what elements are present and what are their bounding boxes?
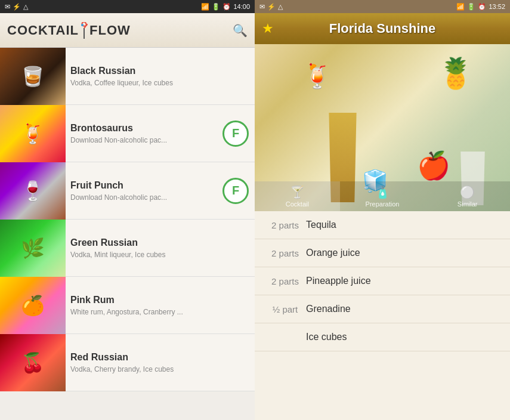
left-status-icons: ✉ ⚡ △ — [5, 3, 28, 11]
battery-icon-right: 🔋 — [467, 3, 475, 11]
favorite-star-icon[interactable]: ★ — [262, 21, 274, 36]
cocktail-ingredients: Download Non-alcoholic pac... — [70, 136, 218, 144]
signal-icon-right: △ — [278, 3, 283, 11]
cocktail-info: Green Russian Vodka, Mint liqueur, Ice c… — [66, 230, 255, 266]
ingredient-name: Tequila — [306, 220, 500, 230]
app-header: COCKTAIL FLOW 🔍 — [0, 13, 255, 48]
preparation-tab-icon: 🧴 — [375, 185, 390, 199]
status-bar-right: ✉ ⚡ △ 📶 🔋 ⏰ 13:52 — [255, 0, 510, 13]
mail-icon-right: ✉ — [259, 3, 265, 11]
cocktail-name: Red Russian — [70, 352, 250, 363]
cocktail-thumbnail: 🌿 — [0, 220, 66, 277]
cocktail-thumbnail: 🥃 — [0, 48, 66, 105]
tab-preparation[interactable]: 🧴 Preparation — [340, 181, 425, 211]
ingredient-row: 2 parts Tequila — [255, 211, 510, 239]
list-item[interactable]: 🍷 Fruit Punch Download Non-alcoholic pac… — [0, 162, 255, 220]
cocktail-info: Fruit Punch Download Non-alcoholic pac..… — [66, 173, 222, 209]
search-button[interactable]: 🔍 — [233, 23, 248, 38]
cocktail-info: Red Russian Vodka, Cherry brandy, Ice cu… — [66, 345, 255, 381]
cocktail-thumbnail: 🍷 — [0, 162, 66, 220]
cocktail-info: Brontosaurus Download Non-alcoholic pac.… — [66, 116, 222, 152]
cocktail-name: Fruit Punch — [70, 180, 218, 191]
app-logo: COCKTAIL FLOW — [7, 22, 131, 39]
tab-similar-label: Similar — [458, 200, 478, 208]
ingredient-parts: 2 parts — [264, 248, 306, 258]
cocktail-thumbnail: 🍹 — [0, 105, 66, 162]
tab-cocktail-label: Cocktail — [286, 200, 309, 208]
cocktail-info: Pink Rum White rum, Angostura, Cranberry… — [66, 288, 255, 323]
clock-icon: ⏰ — [222, 3, 231, 11]
ingredient-parts: 2 parts — [264, 220, 306, 230]
logo-flow-text: FLOW — [89, 23, 131, 38]
signal-icon: △ — [23, 3, 28, 11]
cocktail-thumbnail: 🍒 — [0, 334, 66, 391]
mail-icon: ✉ — [5, 3, 10, 11]
cocktail-ingredients: Vodka, Coffee liqueur, Ice cubes — [70, 79, 250, 87]
cocktail-tab-icon: 🍸 — [290, 185, 305, 199]
left-time: 14:00 — [233, 3, 250, 10]
cocktail-name: Pink Rum — [70, 295, 250, 305]
wifi-icon: 📶 — [201, 3, 209, 11]
tab-cocktail[interactable]: 🍸 Cocktail — [255, 181, 340, 211]
cocktail-thumbnail: 🍊 — [0, 277, 66, 334]
list-item[interactable]: 🍊 Pink Rum White rum, Angostura, Cranber… — [0, 277, 255, 334]
free-badge: F — [222, 121, 249, 147]
wifi-icon-right: 📶 — [456, 3, 465, 11]
usb-icon-right: ⚡ — [267, 3, 276, 11]
ingredient-name: Orange juice — [306, 248, 500, 258]
ingredients-list: 2 parts Tequila 2 parts Orange juice 2 p… — [255, 211, 510, 420]
ingredient-name: Grenadine — [306, 304, 500, 314]
battery-icon: 🔋 — [212, 3, 220, 11]
svg-point-1 — [81, 24, 84, 26]
right-time: 13:52 — [489, 3, 505, 10]
free-badge: F — [222, 178, 249, 204]
tab-similar[interactable]: ⚪ Similar — [425, 181, 510, 211]
cocktail-list: 🥃 Black Russian Vodka, Coffee liqueur, I… — [0, 48, 255, 420]
ingredient-row: Ice cubes — [255, 323, 510, 351]
ingredient-row: ½ part Grenadine — [255, 295, 510, 323]
cocktail-name: Black Russian — [70, 66, 250, 76]
usb-icon: ⚡ — [13, 3, 21, 11]
cocktail-info: Black Russian Vodka, Coffee liqueur, Ice… — [66, 58, 255, 94]
ingredient-row: 2 parts Pineapple juice — [255, 267, 510, 295]
clock-icon-right: ⏰ — [478, 3, 486, 11]
cocktail-ingredients: Vodka, Cherry brandy, Ice cubes — [70, 365, 250, 373]
cocktail-detail-title: Florida Sunshine — [329, 21, 435, 36]
list-item[interactable]: 🍒 Red Russian Vodka, Cherry brandy, Ice … — [0, 334, 255, 391]
tab-preparation-label: Preparation — [366, 200, 400, 208]
left-panel: ✉ ⚡ △ 📶 🔋 ⏰ 14:00 COCKTAIL FLOW 🔍 — [0, 0, 255, 420]
similar-tab-icon: ⚪ — [460, 185, 475, 199]
pineapple-decor-icon: 🍍 — [437, 56, 474, 91]
cocktail-name: Green Russian — [70, 237, 250, 248]
status-bar-left: ✉ ⚡ △ 📶 🔋 ⏰ 14:00 — [0, 0, 255, 13]
list-item[interactable]: 🌿 Green Russian Vodka, Mint liqueur, Ice… — [0, 220, 255, 277]
left-status-right: 📶 🔋 ⏰ 14:00 — [201, 3, 250, 11]
umbrella-decor-icon: 🍹 — [302, 62, 332, 90]
right-status-right: 📶 🔋 ⏰ 13:52 — [456, 3, 505, 11]
ingredient-name: Pineapple juice — [306, 276, 500, 286]
ingredient-parts: 2 parts — [264, 276, 306, 286]
cocktail-image-area: 🍹 🍍 🍎 🧊 🍸 Cocktail 🧴 Preparation ⚪ Simil… — [255, 44, 510, 211]
right-status-left: ✉ ⚡ △ — [259, 3, 283, 11]
list-item[interactable]: 🥃 Black Russian Vodka, Coffee liqueur, I… — [0, 48, 255, 105]
cocktail-ingredients: White rum, Angostura, Cranberry ... — [70, 308, 250, 316]
ingredient-parts: ½ part — [264, 304, 306, 314]
detail-header: ★ Florida Sunshine — [255, 13, 510, 44]
list-item[interactable]: 🍹 Brontosaurus Download Non-alcoholic pa… — [0, 105, 255, 162]
detail-tabs: 🍸 Cocktail 🧴 Preparation ⚪ Similar — [255, 181, 510, 211]
cocktail-name: Brontosaurus — [70, 123, 218, 134]
pomegranate-decor-icon: 🍎 — [417, 150, 450, 181]
ingredient-name: Ice cubes — [306, 332, 500, 342]
ingredient-row: 2 parts Orange juice — [255, 239, 510, 267]
logo-cocktail-text: COCKTAIL — [7, 23, 79, 38]
cocktail-ingredients: Download Non-alcoholic pac... — [70, 193, 218, 202]
cocktail-ingredients: Vodka, Mint liqueur, Ice cubes — [70, 251, 250, 259]
right-panel: ✉ ⚡ △ 📶 🔋 ⏰ 13:52 ★ Florida Sunshine 🍹 🍍… — [255, 0, 510, 420]
logo-swirl-icon — [79, 22, 89, 39]
